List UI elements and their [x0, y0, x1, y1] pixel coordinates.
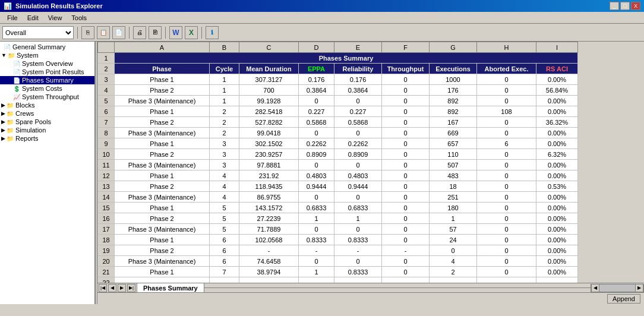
cell-throughput[interactable]: 0	[382, 267, 430, 277]
cell-phase[interactable]: Phase 3 (Maintenance)	[115, 256, 210, 267]
cell-aborted[interactable]: 0	[477, 245, 536, 256]
cell-mean-duration[interactable]: 700	[239, 85, 299, 96]
cell-executions[interactable]: 176	[430, 85, 477, 96]
cell-throughput[interactable]: 0	[382, 138, 430, 149]
cell-rs-aci[interactable]: 0.00%	[536, 235, 578, 245]
cell-rs-aci[interactable]	[536, 277, 578, 283]
cell-rs-aci[interactable]: 0.00%	[536, 96, 578, 106]
cell-reliability[interactable]: 0.8333	[334, 267, 382, 277]
cell-cycle[interactable]: 4	[210, 181, 239, 192]
toolbar-btn-word[interactable]: W	[169, 26, 182, 39]
cell-mean-duration[interactable]: 86.9755	[239, 192, 299, 203]
cell-cycle[interactable]: 2	[210, 128, 239, 138]
cell-cycle[interactable]: 2	[210, 117, 239, 128]
cell-rs-aci[interactable]: 0.00%	[536, 128, 578, 138]
cell-phase[interactable]: Phase 3 (Maintenance)	[115, 192, 210, 203]
cell-cycle[interactable]: 6	[210, 235, 239, 245]
sidebar-item-phases-summary[interactable]: 📄 Phases Summary	[0, 76, 94, 84]
col-header-i[interactable]: I	[536, 42, 578, 53]
cell-eppa[interactable]: 0.3864	[299, 85, 334, 96]
cell-eppa[interactable]: 0.2262	[299, 138, 334, 149]
cell-cycle[interactable]: 1	[210, 96, 239, 106]
cell-eppa[interactable]: 0.4803	[299, 170, 334, 181]
cell-executions[interactable]: 1000	[430, 74, 477, 85]
cell-rs-aci[interactable]: 0.00%	[536, 224, 578, 235]
cell-reliability[interactable]: 0	[334, 128, 382, 138]
cell-mean-duration[interactable]: 27.2239	[239, 213, 299, 224]
cell-throughput[interactable]	[382, 277, 430, 283]
cell-phase[interactable]: Phase 2	[115, 181, 210, 192]
toolbar-btn-print1[interactable]: 🖨	[133, 26, 146, 39]
cell-reliability[interactable]: 0.6833	[334, 203, 382, 213]
cell-throughput[interactable]: 0	[382, 85, 430, 96]
menu-file[interactable]: File	[2, 13, 23, 23]
menu-view[interactable]: View	[43, 13, 67, 23]
cell-reliability[interactable]	[334, 277, 382, 283]
cell-aborted[interactable]: 0	[477, 235, 536, 245]
cell-eppa[interactable]: 0.227	[299, 106, 334, 117]
cell-cycle[interactable]: 3	[210, 160, 239, 170]
cell-eppa[interactable]: 0	[299, 256, 334, 267]
cell-mean-duration[interactable]: 74.6458	[239, 256, 299, 267]
cell-eppa[interactable]: 0.6833	[299, 203, 334, 213]
tab-nav-prev[interactable]: ◀	[108, 284, 116, 292]
cell-eppa[interactable]: 0	[299, 192, 334, 203]
cell-phase[interactable]: Phase 1	[115, 203, 210, 213]
cell-rs-aci[interactable]: 0.00%	[536, 203, 578, 213]
sidebar-item-crews[interactable]: ▶ 📁 Crews	[0, 109, 94, 118]
cell-phase[interactable]: Phase 1	[115, 74, 210, 85]
col-header-e[interactable]: E	[334, 42, 382, 53]
append-button[interactable]: Append	[607, 294, 640, 304]
cell-throughput[interactable]: 0	[382, 170, 430, 181]
cell-rs-aci[interactable]: 0.00%	[536, 256, 578, 267]
cell-eppa[interactable]: 0.176	[299, 74, 334, 85]
cell-rs-aci[interactable]: 0.00%	[536, 106, 578, 117]
sidebar-item-system[interactable]: ▼ 📁 System	[0, 51, 94, 59]
hscroll-track[interactable]	[599, 285, 635, 292]
col-header-d[interactable]: D	[299, 42, 334, 53]
cell-mean-duration[interactable]: 302.1502	[239, 138, 299, 149]
expand-icon-crews[interactable]: ▶	[1, 110, 5, 116]
cell-mean-duration[interactable]: 307.3127	[239, 74, 299, 85]
cell-reliability[interactable]: 0.8909	[334, 149, 382, 160]
cell-eppa[interactable]: 0	[299, 96, 334, 106]
cell-executions[interactable]: 167	[430, 117, 477, 128]
cell-mean-duration[interactable]: 38.9794	[239, 267, 299, 277]
cell-mean-duration[interactable]: 143.1572	[239, 203, 299, 213]
cell-aborted[interactable]: 0	[477, 117, 536, 128]
cell-rs-aci[interactable]: 0.00%	[536, 213, 578, 224]
cell-aborted[interactable]: 6	[477, 138, 536, 149]
cell-phase[interactable]: Phase 2	[115, 149, 210, 160]
cell-throughput[interactable]: 0	[382, 128, 430, 138]
hscroll-right[interactable]: ▶	[635, 284, 643, 292]
cell-aborted[interactable]: 0	[477, 192, 536, 203]
sidebar-item-system-throughput[interactable]: 📈 System Throughput	[0, 93, 94, 101]
cell-cycle[interactable]: 6	[210, 256, 239, 267]
tab-phases-summary[interactable]: Phases Summary	[137, 283, 204, 293]
cell-reliability[interactable]: 0.3864	[334, 85, 382, 96]
cell-eppa[interactable]: 0.8909	[299, 149, 334, 160]
cell-mean-duration[interactable]: 99.1928	[239, 96, 299, 106]
cell-throughput[interactable]: 0	[382, 149, 430, 160]
menu-tools[interactable]: Tools	[67, 13, 91, 23]
expand-icon-blocks[interactable]: ▶	[1, 102, 5, 108]
cell-cycle[interactable]: 1	[210, 74, 239, 85]
toolbar-btn-3[interactable]: 📄	[112, 26, 125, 39]
cell-mean-duration[interactable]: 231.92	[239, 170, 299, 181]
cell-phase[interactable]: Phase 3 (Maintenance)	[115, 160, 210, 170]
tab-nav-first[interactable]: |◀	[99, 284, 107, 292]
cell-reliability[interactable]: 1	[334, 213, 382, 224]
cell-mean-duration[interactable]: -	[239, 245, 299, 256]
cell-reliability[interactable]: 0.176	[334, 74, 382, 85]
sidebar-item-system-costs[interactable]: 💲 System Costs	[0, 84, 94, 93]
menu-edit[interactable]: Edit	[23, 13, 43, 23]
cell-mean-duration[interactable]: 99.0418	[239, 128, 299, 138]
cell-reliability[interactable]: 0	[334, 224, 382, 235]
cell-throughput[interactable]: 0	[382, 192, 430, 203]
cell-aborted[interactable]: 108	[477, 106, 536, 117]
cell-eppa[interactable]: 0.9444	[299, 181, 334, 192]
cell-mean-duration[interactable]: 71.7889	[239, 224, 299, 235]
cell-phase[interactable]: Phase 3 (Maintenance)	[115, 224, 210, 235]
cell-reliability[interactable]: 0.227	[334, 106, 382, 117]
col-header-c[interactable]: C	[239, 42, 299, 53]
